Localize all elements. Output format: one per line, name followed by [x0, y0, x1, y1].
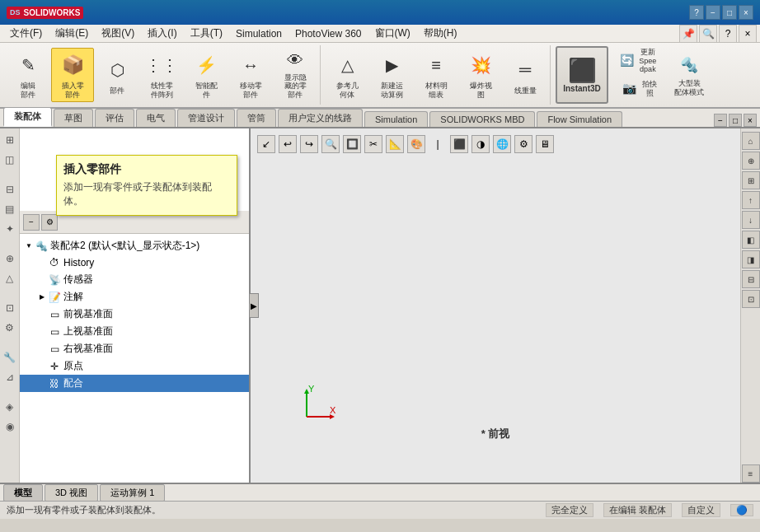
minimize-button[interactable]: −: [706, 5, 720, 20]
menu-close-icon[interactable]: ×: [739, 25, 757, 43]
viewport-btn-11[interactable]: 🌐: [493, 135, 511, 153]
sidebar-icon-4[interactable]: ▤: [2, 201, 18, 217]
menu-search-icon[interactable]: 🔍: [699, 25, 717, 43]
right-btn-bottom[interactable]: ≡: [742, 464, 760, 483]
bottom-tab-3d[interactable]: 3D 视图: [45, 484, 98, 502]
tree-item-origin[interactable]: ✛ 原点: [20, 357, 249, 375]
reference-geometry-button[interactable]: △ 参考几何体: [326, 48, 368, 102]
tree-item-history[interactable]: ⏱ History: [20, 254, 249, 271]
insert-component-button[interactable]: 📦 插入零部件: [51, 48, 94, 102]
component-button[interactable]: ⬡ 部件: [96, 48, 138, 102]
menu-view[interactable]: 视图(V): [95, 25, 141, 42]
maximize-button[interactable]: □: [722, 5, 737, 20]
viewport-btn-4[interactable]: 🔍: [321, 135, 340, 153]
tab-electrical[interactable]: 电气: [136, 109, 176, 127]
right-btn-3[interactable]: ⊞: [742, 171, 760, 189]
exploded-view-button[interactable]: 💥 爆炸视图: [459, 48, 502, 102]
tab-flow[interactable]: Flow Simulation: [537, 111, 622, 127]
menu-insert[interactable]: 插入(I): [141, 25, 183, 42]
edit-part-button[interactable]: ✎ 编辑部件: [7, 48, 49, 102]
help-icon[interactable]: ?: [689, 5, 704, 20]
viewport-btn-8[interactable]: 🎨: [407, 135, 425, 153]
tab-close-icon[interactable]: ×: [744, 114, 757, 127]
sidebar-icon-2[interactable]: ◫: [2, 152, 18, 168]
tree-item-top-plane[interactable]: ▭ 上视基准面: [20, 323, 249, 340]
tab-piping-design[interactable]: 管道设计: [177, 109, 235, 127]
tree-item-sensor[interactable]: 📡 传感器: [20, 271, 249, 288]
right-btn-9[interactable]: ⊡: [742, 290, 760, 308]
tree-item-annotations[interactable]: ▶ 📝 注解: [20, 288, 249, 306]
viewport-btn-13[interactable]: 🖥: [536, 135, 554, 153]
sidebar-icon-3[interactable]: ⊟: [2, 181, 18, 198]
menu-tools[interactable]: 工具(T): [184, 25, 229, 42]
tree-annotations-expand[interactable]: ▶: [36, 292, 48, 303]
pushpin-icon[interactable]: 📌: [679, 25, 697, 43]
tab-tubing[interactable]: 管筒: [237, 109, 276, 127]
close-button[interactable]: ×: [739, 5, 753, 20]
sidebar-icon-10[interactable]: 🔧: [2, 349, 18, 366]
viewport-btn-5[interactable]: 🔲: [343, 135, 361, 153]
tab-minimize-icon[interactable]: −: [714, 114, 727, 127]
right-btn-4[interactable]: ↑: [742, 191, 760, 209]
move-component-button[interactable]: ↔ 移动零部件: [229, 48, 272, 102]
menu-help-icon[interactable]: ?: [719, 25, 737, 43]
sidebar-icon-9[interactable]: ⚙: [2, 320, 18, 336]
viewport-btn-7[interactable]: 📐: [386, 135, 404, 153]
viewport-btn-10[interactable]: ◑: [471, 135, 490, 153]
tree-settings-button[interactable]: ⚙: [41, 214, 58, 231]
sidebar-icon-8[interactable]: ⊡: [2, 300, 18, 316]
right-btn-1[interactable]: ⌂: [742, 132, 760, 150]
linear-array-button[interactable]: ⋮⋮ 线性零件阵列: [140, 48, 183, 102]
snapshot-button[interactable]: 📷 拍快照: [617, 77, 659, 101]
speedpak-button[interactable]: 🔄 更新Speedpak: [617, 49, 659, 73]
sidebar-icon-5[interactable]: ✦: [2, 221, 18, 237]
sidebar-icon-12[interactable]: ◈: [2, 399, 18, 415]
tree-item-right-plane[interactable]: ▭ 右视基准面: [20, 340, 249, 357]
large-assembly-button[interactable]: 🔩 大型装配体模式: [668, 50, 711, 100]
viewport-btn-1[interactable]: ↙: [257, 135, 275, 153]
tree-collapse-button[interactable]: −: [23, 214, 40, 231]
tab-simulation[interactable]: Simulation: [364, 111, 428, 127]
menu-simulation[interactable]: Simulation: [229, 26, 289, 41]
sidebar-icon-13[interactable]: ◉: [2, 418, 18, 435]
sidebar-icon-6[interactable]: ⊕: [2, 250, 18, 267]
smart-fasteners-button[interactable]: ⚡ 智能配件: [185, 48, 228, 102]
viewport-btn-6[interactable]: ✂: [364, 135, 382, 153]
tab-restore-icon[interactable]: □: [729, 114, 742, 127]
instant3d-button[interactable]: ⬛ Instant3D: [556, 46, 608, 104]
new-motion-button[interactable]: ▶ 新建运动算例: [370, 48, 413, 102]
viewport-btn-2[interactable]: ↩: [279, 135, 297, 153]
tab-assembly[interactable]: 装配体: [3, 107, 52, 127]
right-btn-5[interactable]: ↓: [742, 211, 760, 229]
right-btn-8[interactable]: ⊟: [742, 270, 760, 288]
show-hidden-button[interactable]: 👁 显示隐藏的零部件: [274, 48, 317, 102]
tab-mbd[interactable]: SOLIDWORKS MBD: [429, 111, 535, 127]
sidebar-icon-1[interactable]: ⊞: [2, 132, 18, 148]
viewport-btn-9[interactable]: ⬛: [450, 135, 468, 153]
right-btn-6[interactable]: ◧: [742, 231, 760, 249]
right-btn-7[interactable]: ◨: [742, 250, 760, 268]
bom-button[interactable]: ≡ 材料明细表: [415, 48, 457, 102]
menu-file[interactable]: 文件(F): [3, 25, 49, 42]
tree-root[interactable]: ▼ 🔩 装配体2 (默认<默认_显示状态-1>): [20, 237, 249, 254]
bottom-tab-model[interactable]: 模型: [3, 484, 43, 502]
bottom-tab-motion[interactable]: 运动算例 1: [100, 484, 165, 502]
sidebar-icon-11[interactable]: ⊿: [2, 369, 18, 385]
tree-root-expand-icon[interactable]: ▼: [23, 240, 35, 252]
viewport-btn-12[interactable]: ⚙: [514, 135, 532, 153]
tab-evaluate[interactable]: 评估: [95, 109, 134, 127]
right-btn-2[interactable]: ⊕: [742, 152, 760, 170]
tab-sketch[interactable]: 草图: [54, 109, 93, 127]
status-customize[interactable]: 自定义: [682, 503, 720, 517]
menu-edit[interactable]: 编辑(E): [49, 25, 95, 42]
menu-photoview[interactable]: PhotoView 360: [289, 26, 368, 41]
menu-window[interactable]: 窗口(W): [368, 25, 417, 42]
viewport-btn-3[interactable]: ↪: [300, 135, 318, 153]
menu-help[interactable]: 帮助(H): [417, 25, 464, 42]
tree-item-mates[interactable]: ⛓ 配合: [20, 375, 249, 392]
viewport[interactable]: ↙ ↩ ↪ 🔍 🔲 ✂ 📐 🎨 | ⬛ ◑ 🌐 ⚙ 🖥 Y: [251, 128, 740, 483]
tree-item-front-plane[interactable]: ▭ 前视基准面: [20, 306, 249, 323]
tree-panel-collapse-arrow[interactable]: ▶: [249, 293, 259, 318]
tab-user-defined[interactable]: 用户定义的线路: [278, 109, 363, 127]
sidebar-icon-7[interactable]: △: [2, 270, 18, 287]
